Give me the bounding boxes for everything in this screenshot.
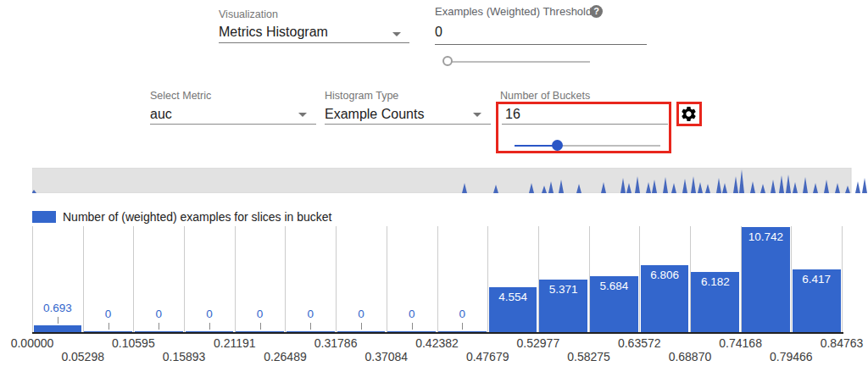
bar-value-label: 6.182 [690,275,741,288]
x-axis-tick-label: 0.47679 [452,350,523,363]
bar-value-label: 4.554 [487,291,538,303]
bar-value-label: 0.693 [32,302,83,314]
x-axis-tick-label: 0.15893 [148,350,220,363]
metrics-histogram-plot[interactable]: 0.693000000004.5545.3715.6846.8066.18210… [32,226,844,334]
bar-value-label: 0 [235,308,286,320]
x-axis-tick-label: 0.58275 [554,350,625,363]
x-axis-tick-label: 0.10595 [97,336,169,350]
bar-value-label: 0 [437,308,487,320]
bar-value-label: 0 [133,308,184,320]
histogram-type-underline [325,124,491,125]
x-axis-tick-label: 0.37084 [351,350,422,363]
histogram-bar[interactable] [135,331,183,332]
label-leader-line [462,323,463,330]
bar-value-label: 0 [336,308,387,320]
histogram-bar[interactable] [287,331,335,332]
label-leader-line [412,323,413,330]
histogram-bar[interactable] [34,325,82,332]
legend-swatch [32,211,56,223]
histogram-bar[interactable] [84,331,132,332]
bar-value-label: 0 [285,308,336,320]
overview-spike [855,181,860,193]
histogram-bar[interactable] [236,331,284,332]
x-axis-line [32,332,843,334]
select-metric-underline [150,124,316,125]
number-of-buckets-label: Number of Buckets [500,90,590,102]
label-leader-line [108,323,109,330]
histogram-type-select[interactable]: Example Counts [325,107,424,122]
label-leader-line [159,323,159,330]
label-leader-line [58,317,58,324]
buckets-highlight-box [496,102,671,153]
label-leader-line [310,323,311,330]
threshold-label: Examples (Weighted) Threshold [435,5,592,18]
bar-value-label: 10.742 [740,230,791,243]
threshold-input[interactable]: 0 [435,25,442,40]
x-axis-tick-label: 0.21191 [199,336,270,350]
gridline [32,226,33,332]
visualization-select[interactable]: Metrics Histogram [219,25,328,40]
slice-overview-strip[interactable] [32,168,868,193]
histogram-bar[interactable] [438,331,487,332]
threshold-underline [435,44,647,45]
gear-icon[interactable] [680,105,698,123]
label-leader-line [209,323,210,330]
bar-value-label: 0 [387,308,437,320]
visualization-underline [219,42,409,43]
bar-value-label: 0 [184,308,235,320]
chevron-down-icon[interactable] [298,113,307,117]
bar-value-label: 5.684 [588,280,639,292]
select-metric-select[interactable]: auc [150,107,172,122]
bar-value-label: 5.371 [538,283,589,296]
x-axis-tick-label: 0.63572 [604,336,675,350]
select-metric-label: Select Metric [150,90,211,102]
x-axis-tick-label: 0.74168 [705,336,776,350]
bar-value-label: 6.806 [639,269,690,281]
overview-background [32,168,851,193]
x-axis-tick-label: 0.42382 [402,336,473,350]
x-axis-tick-label: 0.05298 [47,350,119,363]
label-leader-line [361,323,362,330]
x-axis-tick-label: 0.84763 [806,336,868,350]
chevron-down-icon[interactable] [392,32,401,36]
bar-value-label: 0 [83,308,134,320]
help-icon[interactable]: ? [590,5,603,18]
histogram-type-label: Histogram Type [325,90,398,102]
legend-label: Number of (weighted) examples for slices… [63,210,331,224]
x-axis-tick-label: 0.52977 [503,336,574,350]
chevron-down-icon[interactable] [473,113,481,117]
x-axis-tick-label: 0.79466 [755,350,826,363]
x-axis-tick-label: 0.31786 [300,336,371,350]
threshold-slider-thumb[interactable] [442,56,453,66]
x-axis-tick-label: 0.68870 [654,350,726,363]
threshold-slider-track[interactable] [448,61,590,63]
bar-value-label: 6.417 [791,273,842,286]
x-axis-tick-label: 0.26489 [249,350,320,363]
visualization-label: Visualization [219,8,278,20]
x-axis-tick-label: 0.00000 [0,336,68,350]
overview-spike [862,178,867,193]
label-leader-line [260,323,261,330]
histogram-bar[interactable] [387,331,436,332]
histogram-bar[interactable] [186,331,234,332]
chart-legend: Number of (weighted) examples for slices… [32,210,331,224]
histogram-bar[interactable] [337,331,386,332]
